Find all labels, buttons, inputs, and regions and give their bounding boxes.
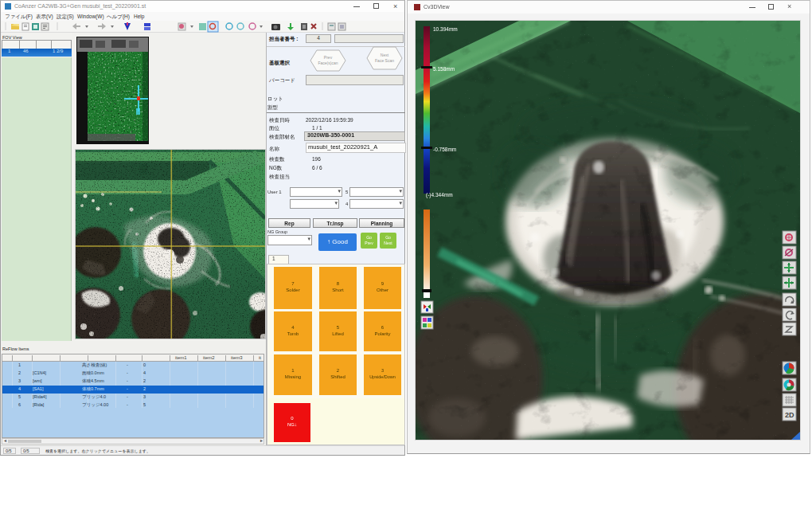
svg-text:Prev: Prev	[324, 55, 333, 60]
svg-text:Face(s)can: Face(s)can	[318, 61, 338, 65]
svg-text:Face Scan: Face Scan	[375, 58, 394, 63]
svg-text:10.394mm: 10.394mm	[433, 26, 458, 32]
svg-text:Next: Next	[381, 53, 389, 57]
svg-text:2D: 2D	[785, 411, 794, 419]
svg-text:5.158mm: 5.158mm	[433, 66, 455, 72]
svg-text:-0.758mm: -0.758mm	[433, 147, 456, 152]
svg-text:(-)4.344mm: (-)4.344mm	[426, 192, 453, 198]
